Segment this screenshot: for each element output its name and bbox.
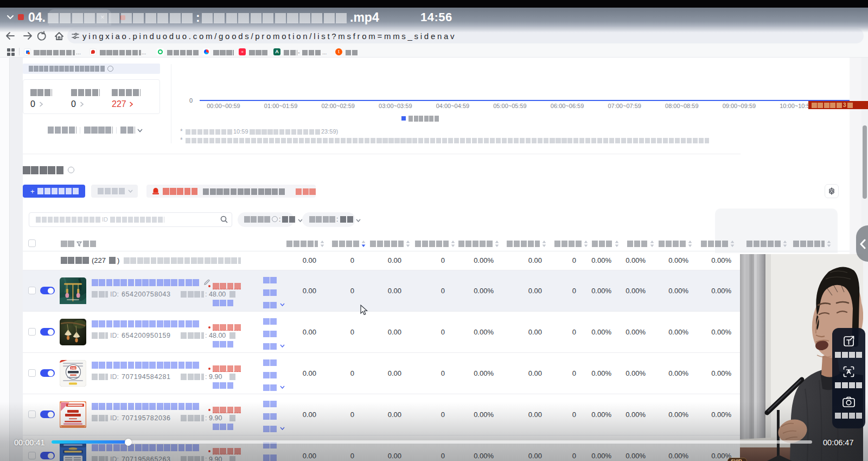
svg-text:340: 340 xyxy=(71,366,76,369)
